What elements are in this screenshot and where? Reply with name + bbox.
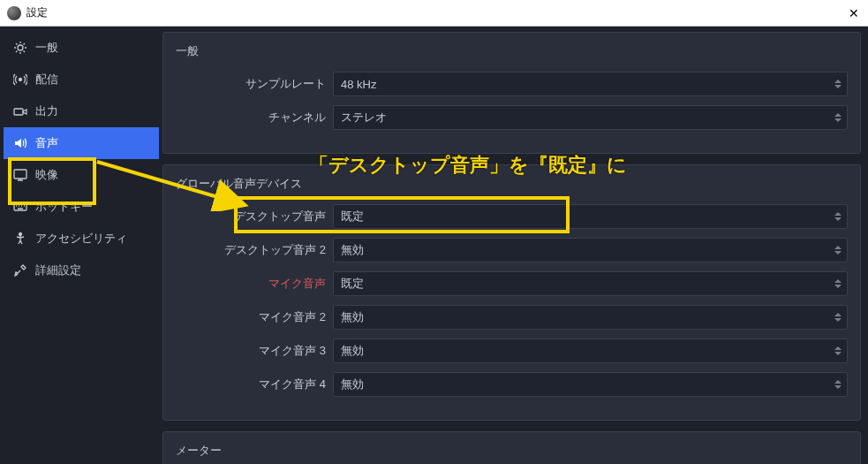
select-value-desktop_audio_2: 無効 <box>341 242 364 258</box>
svg-point-5 <box>19 233 22 236</box>
sidebar-item-video[interactable]: 映像 <box>4 159 159 191</box>
dropdown-spinner-icon <box>834 246 842 255</box>
dropdown-spinner-icon <box>834 346 842 355</box>
titlebar: 設定 ✕ <box>0 0 868 27</box>
label-desktop_audio: デスクトップ音声 <box>176 209 326 224</box>
form-row-mic_audio_2: マイク音声 2無効 <box>176 305 848 330</box>
svg-point-0 <box>18 45 23 50</box>
tools-icon <box>12 262 28 278</box>
svg-rect-3 <box>14 170 26 179</box>
dropdown-spinner-icon <box>834 80 842 88</box>
select-mic_audio_3[interactable]: 無効 <box>333 338 848 363</box>
select-desktop_audio[interactable]: 既定 <box>333 204 848 229</box>
form-row-desktop_audio: デスクトップ音声既定 <box>176 204 848 229</box>
speaker-icon <box>12 135 28 151</box>
camera-icon <box>12 103 28 119</box>
accessibility-icon <box>12 231 28 247</box>
sidebar-item-output[interactable]: 出力 <box>4 95 159 127</box>
sidebar-item-label: 一般 <box>35 40 58 56</box>
select-desktop_audio_2[interactable]: 無効 <box>333 238 848 262</box>
form-row-mic_audio_3: マイク音声 3無効 <box>176 338 848 363</box>
sidebar-item-label: 出力 <box>35 103 58 119</box>
select-value-channels: ステレオ <box>341 110 387 126</box>
sidebar-item-label: 音声 <box>35 135 58 151</box>
select-value-mic_audio_3: 無効 <box>341 343 364 359</box>
dropdown-spinner-icon <box>834 212 842 221</box>
section-meters: メーター <box>162 431 861 464</box>
select-value-desktop_audio: 既定 <box>341 209 364 224</box>
sidebar-item-stream[interactable]: 配信 <box>4 64 159 95</box>
svg-rect-4 <box>14 203 26 210</box>
sidebar-item-accessibility[interactable]: アクセシビリティ <box>4 223 159 255</box>
label-mic_audio_3: マイク音声 3 <box>176 343 326 359</box>
section-global-audio: グローバル音声デバイス デスクトップ音声既定デスクトップ音声 2無効マイク音声既… <box>162 164 861 421</box>
dropdown-spinner-icon <box>834 380 842 389</box>
sidebar-item-audio[interactable]: 音声 <box>4 127 159 159</box>
label-sample_rate: サンプルレート <box>176 76 326 92</box>
main: 一般配信出力音声映像ホットキーアクセシビリティ詳細設定 一般 サンプルレート48… <box>0 27 868 464</box>
keyboard-icon <box>12 199 28 215</box>
label-desktop_audio_2: デスクトップ音声 2 <box>176 242 326 258</box>
label-mic_audio_4: マイク音声 4 <box>176 377 326 392</box>
sidebar-item-label: アクセシビリティ <box>35 231 127 247</box>
section-title-meters: メーター <box>176 443 848 459</box>
select-mic_audio_2[interactable]: 無効 <box>333 305 848 330</box>
antenna-icon <box>12 72 28 87</box>
select-value-mic_audio_4: 無効 <box>341 377 364 392</box>
select-mic_audio[interactable]: 既定 <box>333 271 848 296</box>
label-channels: チャンネル <box>176 110 326 126</box>
form-row-channels: チャンネルステレオ <box>176 105 848 130</box>
app-icon <box>7 6 21 20</box>
select-value-sample_rate: 48 kHz <box>341 78 376 91</box>
content: 一般 サンプルレート48 kHzチャンネルステレオ グローバル音声デバイス デス… <box>159 27 868 464</box>
dropdown-spinner-icon <box>834 113 842 122</box>
select-value-mic_audio_2: 無効 <box>341 309 364 325</box>
gear-icon <box>12 40 28 56</box>
select-sample_rate[interactable]: 48 kHz <box>333 72 848 96</box>
select-channels[interactable]: ステレオ <box>333 105 848 130</box>
sidebar-item-label: ホットキー <box>35 199 93 215</box>
form-row-sample_rate: サンプルレート48 kHz <box>176 72 848 96</box>
sidebar-item-label: 映像 <box>35 167 58 183</box>
svg-rect-2 <box>14 109 23 115</box>
section-title-general: 一般 <box>176 43 848 59</box>
dropdown-spinner-icon <box>834 313 842 322</box>
sidebar-item-label: 配信 <box>35 72 58 87</box>
form-row-mic_audio: マイク音声既定 <box>176 271 848 296</box>
sidebar-item-general[interactable]: 一般 <box>4 32 159 64</box>
sidebar: 一般配信出力音声映像ホットキーアクセシビリティ詳細設定 <box>0 27 159 464</box>
select-mic_audio_4[interactable]: 無効 <box>333 372 848 397</box>
label-mic_audio_2: マイク音声 2 <box>176 309 326 325</box>
label-mic_audio: マイク音声 <box>176 276 326 292</box>
close-icon[interactable]: ✕ <box>849 6 859 20</box>
form-row-desktop_audio_2: デスクトップ音声 2無効 <box>176 238 848 262</box>
monitor-icon <box>12 167 28 183</box>
window-title: 設定 <box>26 5 48 20</box>
form-row-mic_audio_4: マイク音声 4無効 <box>176 372 848 397</box>
section-general: 一般 サンプルレート48 kHzチャンネルステレオ <box>162 32 861 154</box>
sidebar-item-label: 詳細設定 <box>35 262 81 278</box>
select-value-mic_audio: 既定 <box>341 276 364 292</box>
svg-point-1 <box>19 79 22 81</box>
dropdown-spinner-icon <box>834 279 842 288</box>
section-title-global-audio: グローバル音声デバイス <box>176 176 848 192</box>
sidebar-item-hotkeys[interactable]: ホットキー <box>4 191 159 223</box>
sidebar-item-advanced[interactable]: 詳細設定 <box>4 255 159 286</box>
